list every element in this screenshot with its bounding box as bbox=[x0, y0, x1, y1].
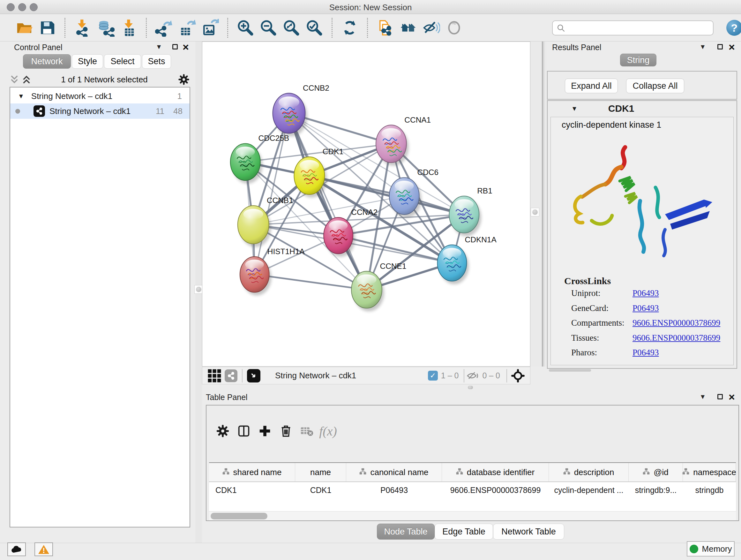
column-header-namespace[interactable]: namespace bbox=[683, 463, 736, 482]
tab-edge-table[interactable]: Edge Table bbox=[434, 523, 493, 540]
grid-view-icon[interactable] bbox=[206, 367, 223, 385]
results-panel-menu-icon[interactable]: ▾ bbox=[701, 42, 704, 51]
network-node-HIST1H1A[interactable]: HIST1H1A bbox=[240, 247, 305, 296]
control-panel-menu-icon[interactable]: ▾ bbox=[157, 42, 161, 51]
network-edge-CDK1-RB1[interactable] bbox=[309, 176, 464, 214]
zoom-fit-icon[interactable] bbox=[280, 17, 303, 39]
table-row[interactable]: CDK1CDK1P064939606.ENSP00000378699cyclin… bbox=[209, 482, 736, 498]
results-panel-close-icon[interactable]: × bbox=[729, 44, 735, 51]
column-header-database-identifier[interactable]: database identifier bbox=[442, 463, 549, 482]
cell-name[interactable]: CDK1 bbox=[295, 482, 346, 498]
column-header-canonical-name[interactable]: canonical name bbox=[346, 463, 442, 482]
show-columns-icon[interactable] bbox=[233, 422, 254, 440]
delete-column-icon[interactable] bbox=[275, 422, 296, 440]
zoom-selected-icon[interactable] bbox=[303, 17, 326, 39]
search-input[interactable] bbox=[565, 22, 713, 35]
right-splitter-handle[interactable] bbox=[531, 208, 539, 216]
warnings-button[interactable] bbox=[35, 543, 53, 556]
control-panel-float-icon[interactable] bbox=[172, 44, 178, 50]
table-options-gear-icon[interactable] bbox=[212, 422, 233, 440]
hidden-eye-icon[interactable] bbox=[466, 371, 479, 381]
network-node-CDKN1A[interactable]: CDKN1A bbox=[437, 235, 497, 285]
tab-style[interactable]: Style bbox=[72, 54, 103, 69]
results-panel-float-icon[interactable] bbox=[718, 44, 723, 50]
expand-all-icon[interactable] bbox=[22, 75, 31, 84]
crosslink-link[interactable]: P06493 bbox=[632, 288, 659, 298]
network-node-CCNB2[interactable]: CCNB2 bbox=[273, 84, 329, 137]
function-builder-icon[interactable]: f(x) bbox=[318, 422, 339, 440]
network-collection-row[interactable]: ▼ String Network – cdk1 1 bbox=[10, 89, 190, 104]
network-node-CDC25B[interactable]: CDC25B bbox=[230, 134, 289, 184]
left-splitter-handle[interactable] bbox=[194, 285, 203, 294]
network-edge-CCNB2-CCNE1[interactable] bbox=[289, 113, 367, 290]
import-table-icon[interactable] bbox=[117, 17, 140, 39]
collapse-all-icon[interactable] bbox=[10, 75, 19, 84]
delete-table-icon[interactable] bbox=[296, 422, 318, 440]
results-hscroll-thumb[interactable] bbox=[549, 369, 591, 372]
results-scrollbar-track[interactable] bbox=[542, 42, 543, 367]
clone-network-icon[interactable] bbox=[374, 17, 397, 39]
crosslink-link[interactable]: 9606.ENSP00000378699 bbox=[632, 318, 720, 327]
crosshair-icon[interactable] bbox=[510, 368, 526, 383]
export-view-icon[interactable] bbox=[247, 369, 260, 382]
zoom-out-icon[interactable] bbox=[257, 17, 280, 39]
tab-node-table[interactable]: Node Table bbox=[377, 523, 434, 540]
tab-select[interactable]: Select bbox=[104, 54, 141, 69]
tab-network[interactable]: Network bbox=[23, 54, 71, 69]
hide-selected-icon[interactable] bbox=[420, 17, 443, 39]
collapse-all-button[interactable]: Collapse All bbox=[626, 78, 684, 93]
table-hscrollbar[interactable] bbox=[209, 511, 736, 520]
network-options-gear-icon[interactable] bbox=[178, 73, 190, 86]
gene-expander-icon[interactable]: ▼ bbox=[571, 105, 578, 112]
export-table-icon[interactable] bbox=[176, 17, 199, 39]
search-field[interactable] bbox=[552, 20, 714, 36]
table-hscroll-thumb[interactable] bbox=[211, 513, 267, 519]
network-node-CCNE1[interactable]: CCNE1 bbox=[351, 262, 406, 312]
table-panel-close-icon[interactable]: × bbox=[729, 393, 735, 400]
table-panel-menu-icon[interactable]: ▾ bbox=[701, 392, 704, 401]
memory-button[interactable]: Memory bbox=[687, 541, 735, 557]
tab-string[interactable]: String bbox=[620, 54, 657, 66]
network-node-CCNA1[interactable]: CCNA1 bbox=[376, 116, 431, 166]
add-column-icon[interactable] bbox=[254, 422, 275, 440]
gene-entry-header[interactable]: ▼ CDK1 bbox=[548, 101, 737, 116]
table-panel-float-icon[interactable] bbox=[718, 394, 723, 399]
column-header-description[interactable]: description bbox=[549, 463, 629, 482]
cell--id[interactable]: stringdb:9... bbox=[629, 482, 683, 498]
cell-shared-name[interactable]: CDK1 bbox=[209, 482, 295, 498]
cell-description[interactable]: cyclin-dependent ... bbox=[549, 482, 629, 498]
zoom-in-icon[interactable] bbox=[234, 17, 257, 39]
column-header-name[interactable]: name bbox=[295, 463, 346, 482]
import-network-icon[interactable] bbox=[71, 17, 94, 39]
network-canvas[interactable]: CCNB2CCNA1CDC25BCDK1CDC6RB1CCNB1CCNA2CDK… bbox=[202, 42, 530, 367]
refresh-layout-icon[interactable] bbox=[338, 17, 361, 39]
open-session-icon[interactable] bbox=[13, 17, 36, 39]
expand-all-button[interactable]: Expand All bbox=[565, 78, 618, 93]
first-neighbors-icon[interactable] bbox=[397, 17, 420, 39]
cloud-button[interactable] bbox=[7, 543, 26, 556]
network-node-RB1[interactable]: RB1 bbox=[449, 186, 492, 236]
column-header-shared-name[interactable]: shared name bbox=[209, 463, 295, 482]
export-image-icon[interactable] bbox=[199, 17, 221, 39]
tree-expander-icon[interactable]: ▼ bbox=[18, 92, 24, 100]
cell-database-identifier[interactable]: 9606.ENSP00000378699 bbox=[442, 482, 549, 498]
network-birdseye-icon[interactable] bbox=[225, 369, 238, 382]
column-header--id[interactable]: @id bbox=[629, 463, 683, 482]
crosslink-link[interactable]: P06493 bbox=[632, 348, 659, 357]
cell-canonical-name[interactable]: P06493 bbox=[346, 482, 442, 498]
control-panel-close-icon[interactable]: × bbox=[183, 44, 189, 51]
help-button[interactable]: ? bbox=[726, 20, 741, 36]
tab-network-table[interactable]: Network Table bbox=[493, 523, 564, 540]
network-node-CCNB1[interactable]: CCNB1 bbox=[238, 196, 293, 247]
save-session-icon[interactable] bbox=[36, 17, 59, 39]
network-row-selected[interactable]: String Network – cdk1 11 48 bbox=[10, 104, 190, 119]
import-database-icon[interactable] bbox=[94, 17, 117, 39]
show-all-icon[interactable] bbox=[443, 17, 466, 39]
crosslink-link[interactable]: P06493 bbox=[632, 303, 659, 313]
bottom-splitter-handle[interactable] bbox=[468, 386, 473, 389]
crosslink-link[interactable]: 9606.ENSP00000378699 bbox=[632, 333, 720, 343]
selected-checkbox-icon[interactable]: ✓ bbox=[428, 371, 438, 381]
cell-namespace[interactable]: stringdb bbox=[683, 482, 736, 498]
tab-sets[interactable]: Sets bbox=[142, 54, 171, 69]
export-network-icon[interactable] bbox=[152, 17, 176, 39]
